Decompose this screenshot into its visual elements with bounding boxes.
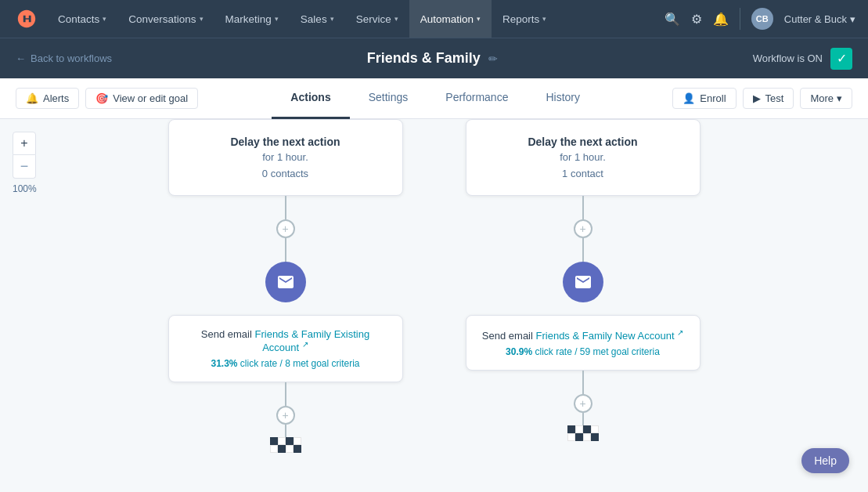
cb-cell — [567, 425, 575, 433]
nav-conversations-label: Conversations — [128, 13, 196, 25]
nav-divider — [740, 8, 740, 30]
tab-settings[interactable]: Settings — [350, 78, 427, 119]
sub-nav: ← Back to workflows Friends & Family ✏ W… — [0, 38, 868, 78]
cb-cell — [583, 425, 591, 433]
right-email-link[interactable]: Friends & Family New Account — [536, 330, 675, 342]
search-icon[interactable]: 🔍 — [665, 12, 680, 27]
goal-icon: 🎯 — [95, 92, 108, 104]
left-delay-subtitle: for 1 hour. — [185, 151, 387, 163]
nav-service[interactable]: Service ▾ — [345, 0, 409, 38]
workflow-left-column: Delay the next action for 1 hour. 0 cont… — [168, 119, 403, 453]
nav-automation-label: Automation — [420, 13, 474, 25]
more-label: More — [810, 92, 834, 104]
back-to-workflows[interactable]: ← Back to workflows — [16, 52, 112, 64]
tab-performance-label: Performance — [445, 91, 508, 103]
cb-cell — [286, 437, 294, 445]
test-icon: ▶ — [753, 92, 761, 104]
cb-cell — [575, 433, 583, 441]
nav-reports-chevron: ▾ — [542, 15, 546, 23]
settings-icon[interactable]: ⚙ — [691, 12, 702, 27]
left-email-stats: 31.3% click rate / 8 met goal criteria — [185, 358, 387, 369]
left-finish-flag — [270, 437, 301, 453]
enroll-icon: 👤 — [683, 92, 695, 104]
right-email-card[interactable]: Send email Friends & Family New Account … — [466, 315, 701, 371]
enroll-button[interactable]: 👤 Enroll — [672, 88, 736, 109]
tab-actions[interactable]: Actions — [272, 78, 349, 119]
alerts-button[interactable]: 🔔 Alerts — [16, 88, 79, 109]
left-email-text: Send email Friends & Family Existing Acc… — [185, 328, 387, 353]
avatar[interactable]: CB — [751, 8, 773, 30]
tab-actions-label: Actions — [290, 91, 330, 103]
left-email-link[interactable]: Friends & Family Existing Account — [255, 328, 370, 353]
right-connector-line-3 — [582, 371, 584, 394]
left-email-card[interactable]: Send email Friends & Family Existing Acc… — [168, 315, 403, 382]
toolbar-left: 🔔 Alerts 🎯 View or edit goal — [16, 88, 198, 109]
hubspot-logo[interactable] — [13, 5, 41, 33]
workflow-status-area: Workflow is ON ✓ — [753, 48, 852, 70]
right-connector-line-4 — [582, 413, 584, 425]
right-email-external-icon: ↗ — [677, 328, 683, 337]
workflow-canvas: + − 100% Delay the next action for 1 hou… — [0, 119, 868, 492]
nav-reports[interactable]: Reports ▾ — [492, 0, 557, 38]
tab-history[interactable]: History — [527, 78, 599, 119]
test-label: Test — [765, 92, 784, 104]
nav-conversations-chevron: ▾ — [200, 15, 203, 23]
cb-cell — [270, 437, 278, 445]
edit-title-icon[interactable]: ✏ — [488, 52, 498, 65]
cb-cell — [591, 425, 599, 433]
tab-performance[interactable]: Performance — [427, 78, 527, 119]
left-delay-contacts: 0 contacts — [185, 168, 387, 179]
right-connector-line-2 — [582, 238, 584, 262]
tab-nav: Actions Settings Performance History — [206, 78, 665, 118]
zoom-in-button[interactable]: + — [13, 132, 36, 155]
right-add-dot-1[interactable]: + — [574, 219, 592, 238]
left-delay-card[interactable]: Delay the next action for 1 hour. 0 cont… — [168, 119, 403, 196]
right-email-text: Send email Friends & Family New Account … — [482, 328, 684, 342]
nav-marketing-label: Marketing — [225, 13, 272, 25]
workflow-title: Friends & Family — [367, 50, 481, 67]
nav-service-chevron: ▾ — [394, 15, 398, 23]
nav-sales-label: Sales — [301, 13, 327, 25]
test-button[interactable]: ▶ Test — [743, 88, 794, 109]
zoom-controls: + − 100% — [13, 132, 37, 194]
nav-items: Contacts ▾ Conversations ▾ Marketing ▾ S… — [47, 0, 665, 38]
tab-history-label: History — [546, 91, 580, 103]
nav-right: 🔍 ⚙ 🔔 CB Cutter & Buck ▾ — [665, 8, 855, 30]
left-connector-line-1 — [285, 196, 286, 219]
notifications-icon[interactable]: 🔔 — [713, 12, 729, 27]
account-switcher[interactable]: Cutter & Buck ▾ — [784, 13, 855, 25]
nav-contacts[interactable]: Contacts ▾ — [47, 0, 117, 38]
nav-conversations[interactable]: Conversations ▾ — [117, 0, 214, 38]
zoom-out-button[interactable]: − — [13, 155, 36, 179]
workflow-status-label: Workflow is ON — [753, 52, 823, 64]
left-add-dot-2[interactable]: + — [276, 406, 295, 425]
workflow-toggle[interactable]: ✓ — [830, 48, 852, 70]
cb-cell — [278, 445, 286, 453]
nav-sales-chevron: ▾ — [330, 15, 334, 23]
nav-sales[interactable]: Sales ▾ — [290, 0, 345, 38]
help-button[interactable]: Help — [801, 448, 849, 473]
account-name: Cutter & Buck — [784, 13, 847, 25]
right-click-rate: 30.9% — [506, 346, 532, 357]
left-email-icon — [265, 262, 306, 302]
nav-marketing[interactable]: Marketing ▾ — [214, 0, 290, 38]
right-add-dot-2[interactable]: + — [574, 394, 592, 413]
nav-contacts-label: Contacts — [58, 13, 99, 25]
right-connector-line-1 — [582, 196, 584, 219]
more-chevron-icon: ▾ — [837, 92, 842, 104]
nav-contacts-chevron: ▾ — [103, 15, 106, 23]
right-delay-contacts: 1 contact — [482, 168, 684, 179]
view-goal-button[interactable]: 🎯 View or edit goal — [85, 88, 198, 109]
enroll-label: Enroll — [700, 92, 726, 104]
more-button[interactable]: More ▾ — [800, 88, 852, 109]
cb-cell — [286, 445, 294, 453]
cb-cell — [278, 437, 286, 445]
back-label: Back to workflows — [31, 52, 112, 64]
nav-automation[interactable]: Automation ▾ — [409, 0, 492, 38]
cb-cell — [294, 445, 301, 453]
nav-automation-chevron: ▾ — [477, 15, 481, 23]
right-finish-flag — [567, 425, 599, 441]
right-delay-card[interactable]: Delay the next action for 1 hour. 1 cont… — [466, 119, 701, 196]
right-delay-title: Delay the next action — [482, 136, 684, 148]
left-add-dot-1[interactable]: + — [276, 219, 295, 238]
